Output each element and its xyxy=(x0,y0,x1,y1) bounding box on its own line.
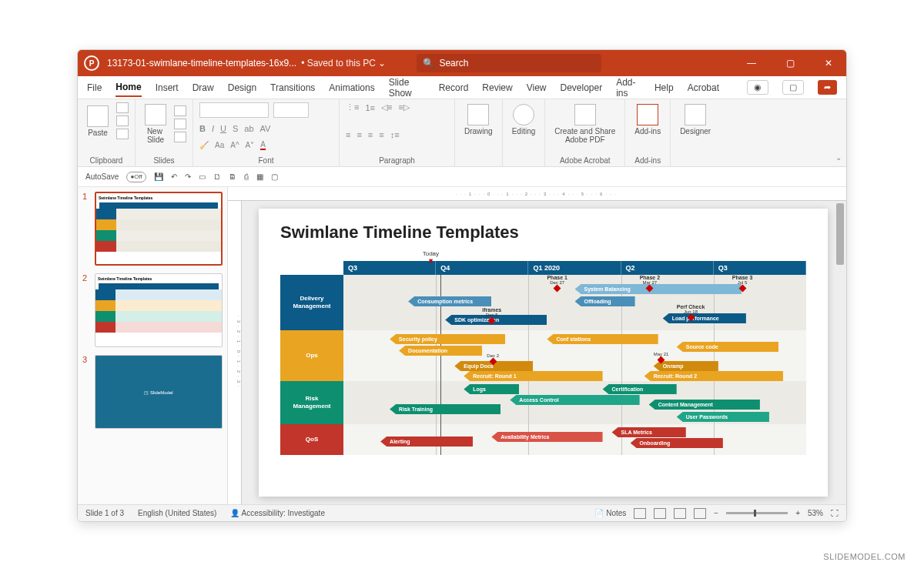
tab-file[interactable]: File xyxy=(87,79,102,96)
reset-icon[interactable] xyxy=(174,119,186,129)
save-icon[interactable]: 💾 xyxy=(154,172,163,181)
close-button[interactable]: ✕ xyxy=(817,58,840,69)
tab-record[interactable]: Record xyxy=(439,79,469,96)
gantt-bar[interactable]: Source code xyxy=(677,342,778,352)
qat-icon[interactable]: 🗋 xyxy=(213,172,221,181)
bullets-button[interactable]: ⋮≡ xyxy=(346,102,359,112)
tab-help[interactable]: Help xyxy=(654,79,674,96)
gantt-bar[interactable]: SLA Metrics xyxy=(612,427,686,437)
milestone[interactable]: Phase 3Jul 5 xyxy=(732,275,752,292)
thumbnail-1[interactable]: Swimlane Timeline Templates xyxy=(95,192,223,266)
file-name[interactable]: 13173-01-swimlane-timeline-templates-16x… xyxy=(107,58,296,69)
shadow-button[interactable]: ab xyxy=(244,124,253,133)
align-left-button[interactable]: ≡ xyxy=(346,130,350,139)
sorter-view-button[interactable] xyxy=(654,508,666,519)
tab-home[interactable]: Home xyxy=(116,79,141,97)
tab-add-ins[interactable]: Add-ins xyxy=(616,74,641,102)
tab-acrobat[interactable]: Acrobat xyxy=(688,79,719,96)
underline-button[interactable]: U xyxy=(220,124,226,133)
lane-header[interactable]: Risk Management xyxy=(280,381,343,424)
gantt-bar[interactable]: Onboarding xyxy=(631,438,723,448)
gantt-bar[interactable]: Availability Metrics xyxy=(491,432,602,442)
editing-button[interactable]: Editing xyxy=(509,102,539,137)
zoom-slider[interactable] xyxy=(726,512,788,514)
record-button[interactable]: ◉ xyxy=(747,80,768,95)
shrink-font-button[interactable]: A˅ xyxy=(246,141,255,149)
font-select[interactable] xyxy=(199,102,269,118)
save-status[interactable]: • Saved to this PC ⌄ xyxy=(301,58,386,69)
gantt-bar[interactable]: Conf stations xyxy=(547,334,658,344)
slide-title[interactable]: Swimlane Timeline Templates xyxy=(259,209,828,250)
tab-review[interactable]: Review xyxy=(482,79,512,96)
gantt-bar[interactable]: Alerting xyxy=(380,437,473,447)
milestone[interactable]: Phase 2Mar 27 xyxy=(640,275,660,292)
reading-view-button[interactable] xyxy=(674,508,686,519)
char-spacing-button[interactable]: AV xyxy=(260,124,271,133)
qat-icon[interactable]: ▭ xyxy=(199,172,206,181)
language-button[interactable]: English (United States) xyxy=(138,509,216,517)
gantt-bar[interactable]: Logs xyxy=(464,384,519,394)
section-icon[interactable] xyxy=(174,132,186,142)
slideshow-button[interactable] xyxy=(694,508,706,519)
fit-button[interactable]: ⛶ xyxy=(831,509,839,517)
accessibility-button[interactable]: 👤 Accessibility: Investigate xyxy=(230,509,325,517)
justify-button[interactable]: ≡ xyxy=(379,130,383,139)
tab-transitions[interactable]: Transitions xyxy=(270,79,315,96)
qat-icon[interactable]: 🗎 xyxy=(229,172,236,181)
format-painter-icon[interactable] xyxy=(116,129,129,139)
align-center-button[interactable]: ≡ xyxy=(357,130,361,139)
gantt-bar[interactable]: Certification xyxy=(603,384,677,394)
tab-slide-show[interactable]: Slide Show xyxy=(389,74,425,102)
milestone[interactable]: Phase 1Dec 27 xyxy=(547,275,567,292)
line-spacing-button[interactable]: ↕≡ xyxy=(390,130,400,139)
cut-icon[interactable] xyxy=(116,102,129,113)
normal-view-button[interactable] xyxy=(634,508,646,519)
slide-counter[interactable]: Slide 1 of 3 xyxy=(85,509,124,517)
new-slide-button[interactable]: New Slide xyxy=(142,102,169,146)
thumbnail-2[interactable]: Swimlane Timeline Templates xyxy=(95,273,223,347)
collapse-ribbon-button[interactable]: ⌄ xyxy=(720,99,846,166)
qat-icon[interactable]: ⎙ xyxy=(244,172,249,181)
layout-icon[interactable] xyxy=(174,105,186,116)
vertical-scrollbar[interactable] xyxy=(835,202,845,497)
clear-format-icon[interactable]: 🧹 xyxy=(199,141,209,149)
maximize-button[interactable]: ▢ xyxy=(778,58,802,69)
undo-button[interactable]: ↶ xyxy=(171,172,177,181)
lane-header[interactable]: Ops xyxy=(280,330,343,381)
tab-view[interactable]: View xyxy=(527,79,547,96)
change-case-button[interactable]: Aa xyxy=(215,141,224,149)
milestone[interactable]: Perf CheckJun 18 xyxy=(677,304,705,321)
thumbnail-3[interactable]: ◳ SlideModel xyxy=(95,355,223,429)
lane-header[interactable]: QoS xyxy=(280,424,343,455)
milestone[interactable]: iframesDec 5 xyxy=(482,307,501,324)
minimize-button[interactable]: — xyxy=(740,58,763,69)
gantt-bar[interactable]: Risk Training xyxy=(390,404,500,414)
gantt-bar[interactable]: Offloading xyxy=(575,296,635,306)
grow-font-button[interactable]: A^ xyxy=(230,141,239,149)
copy-icon[interactable] xyxy=(116,115,129,126)
font-color-button[interactable]: A xyxy=(260,140,266,150)
gantt-bar[interactable]: Recruit: Round 1 xyxy=(464,371,602,381)
gantt-bar[interactable]: Security policy xyxy=(390,334,505,344)
milestone[interactable]: Dec 2 xyxy=(487,353,499,365)
drawing-button[interactable]: Drawing xyxy=(461,102,496,137)
addins-button[interactable]: Add-ins xyxy=(631,102,664,137)
zoom-out-button[interactable]: − xyxy=(714,509,718,517)
bold-button[interactable]: B xyxy=(199,124,206,133)
present-button[interactable]: ▢ xyxy=(782,80,804,95)
indent-dec-button[interactable]: ◁≡ xyxy=(381,102,392,112)
milestone[interactable]: May 21 xyxy=(654,352,669,363)
qat-icon[interactable]: ▦ xyxy=(256,172,263,181)
adobe-pdf-button[interactable]: Create and Share Adobe PDF xyxy=(551,102,618,146)
autosave-toggle[interactable]: ● Off xyxy=(126,172,146,182)
gantt-bar[interactable]: Access Control xyxy=(510,395,639,405)
slide-canvas[interactable]: Swimlane Timeline Templates Today ▼ Q3Q4… xyxy=(259,209,828,497)
notes-button[interactable]: 📄 Notes xyxy=(594,509,626,517)
font-size-select[interactable] xyxy=(273,102,309,118)
gantt-bar[interactable]: Consumption metrics xyxy=(408,296,491,306)
gantt-bar[interactable]: Content Management xyxy=(649,400,760,410)
tab-design[interactable]: Design xyxy=(228,79,256,96)
tab-developer[interactable]: Developer xyxy=(560,79,602,96)
numbering-button[interactable]: 1≡ xyxy=(365,103,375,112)
share-button[interactable]: ➦ xyxy=(818,80,837,95)
